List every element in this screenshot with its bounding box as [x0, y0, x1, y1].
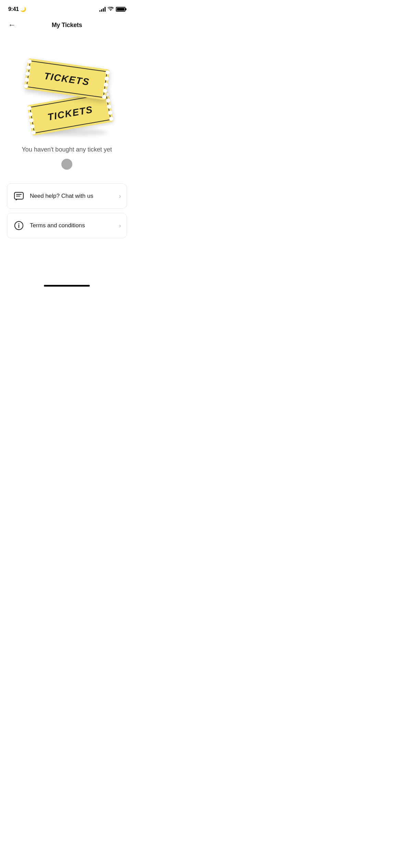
signal-icon	[99, 7, 106, 12]
chat-menu-item[interactable]: Need help? Chat with us ›	[7, 183, 127, 209]
status-bar: 9:41 🌙	[0, 0, 134, 16]
info-icon	[13, 219, 25, 232]
ticket-front: TICKETS	[24, 58, 110, 100]
empty-state-message: You haven't bought any ticket yet	[22, 146, 112, 153]
wifi-icon	[108, 7, 114, 12]
terms-menu-item[interactable]: Terms and conditions ›	[7, 213, 127, 238]
main-content: TICKETS TICKETS You haven	[0, 36, 134, 279]
chat-label: Need help? Chat with us	[30, 193, 119, 200]
home-bar	[44, 285, 90, 287]
battery-icon	[116, 7, 125, 12]
back-button[interactable]: ←	[7, 19, 17, 31]
chat-chevron-icon: ›	[119, 193, 121, 200]
chat-icon	[13, 190, 25, 202]
menu-list: Need help? Chat with us › Terms and cond…	[7, 183, 127, 242]
terms-chevron-icon: ›	[119, 222, 121, 229]
moon-icon: 🌙	[20, 7, 26, 12]
page-title: My Tickets	[52, 22, 82, 29]
terms-label: Terms and conditions	[30, 222, 119, 229]
ticket-illustration: TICKETS TICKETS	[19, 47, 115, 136]
home-indicator	[0, 279, 134, 289]
status-time: 9:41	[8, 6, 19, 12]
pagination-dot	[61, 159, 72, 170]
status-icons	[99, 7, 125, 12]
svg-point-5	[19, 223, 20, 224]
nav-header: ← My Tickets	[0, 16, 134, 36]
